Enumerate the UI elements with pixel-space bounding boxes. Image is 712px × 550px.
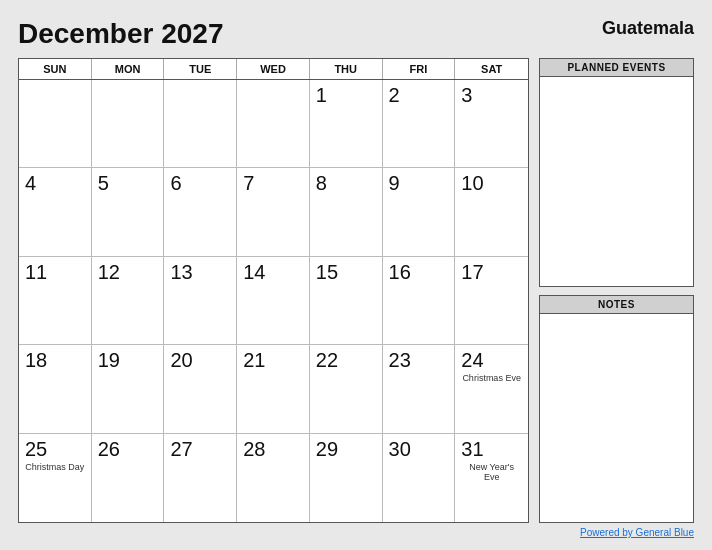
day-number: 31 [461,438,483,460]
day-event: Christmas Eve [461,373,522,384]
day-number: 16 [389,261,411,283]
day-cell: 23 [383,345,456,433]
calendar: SUNMONTUEWEDTHUFRISAT 123456789101112131… [18,58,529,523]
header: December 2027 Guatemala [18,18,694,50]
month-year-title: December 2027 [18,18,223,50]
notes-box: NOTES [539,295,694,524]
day-cell [19,80,92,168]
day-number: 3 [461,84,472,106]
day-cell [164,80,237,168]
day-headers: SUNMONTUEWEDTHUFRISAT [19,59,528,80]
planned-events-box: PLANNED EVENTS [539,58,694,287]
day-cell: 30 [383,434,456,522]
day-cell: 4 [19,168,92,256]
day-cell: 20 [164,345,237,433]
day-cell: 28 [237,434,310,522]
day-cell [92,80,165,168]
day-number: 9 [389,172,400,194]
calendar-grid: 123456789101112131415161718192021222324C… [19,80,528,522]
main-content: SUNMONTUEWEDTHUFRISAT 123456789101112131… [18,58,694,523]
day-cell: 27 [164,434,237,522]
day-cell: 21 [237,345,310,433]
day-cell: 16 [383,257,456,345]
day-number: 27 [170,438,192,460]
day-number: 26 [98,438,120,460]
day-number: 22 [316,349,338,371]
page: December 2027 Guatemala SUNMONTUEWEDTHUF… [0,0,712,550]
day-cell: 14 [237,257,310,345]
day-cell: 13 [164,257,237,345]
day-header: WED [237,59,310,79]
country-title: Guatemala [602,18,694,39]
day-number: 15 [316,261,338,283]
day-number: 17 [461,261,483,283]
powered-by-link[interactable]: Powered by General Blue [580,527,694,538]
day-cell: 31New Year's Eve [455,434,528,522]
planned-events-content [540,77,693,286]
day-cell: 1 [310,80,383,168]
day-number: 19 [98,349,120,371]
day-number: 29 [316,438,338,460]
day-number: 5 [98,172,109,194]
day-header: MON [92,59,165,79]
day-number: 20 [170,349,192,371]
day-cell: 6 [164,168,237,256]
day-cell: 18 [19,345,92,433]
day-header: THU [310,59,383,79]
day-number: 11 [25,261,47,283]
day-number: 28 [243,438,265,460]
day-number: 4 [25,172,36,194]
day-number: 18 [25,349,47,371]
day-number: 25 [25,438,47,460]
sidebar: PLANNED EVENTS NOTES [539,58,694,523]
notes-content [540,314,693,523]
day-cell: 24Christmas Eve [455,345,528,433]
day-cell: 10 [455,168,528,256]
day-number: 24 [461,349,483,371]
day-event: Christmas Day [25,462,85,473]
day-number: 10 [461,172,483,194]
planned-events-title: PLANNED EVENTS [540,59,693,77]
day-cell: 15 [310,257,383,345]
day-number: 6 [170,172,181,194]
day-cell: 3 [455,80,528,168]
day-number: 12 [98,261,120,283]
day-number: 7 [243,172,254,194]
day-number: 23 [389,349,411,371]
day-cell: 26 [92,434,165,522]
day-cell: 5 [92,168,165,256]
day-header: SAT [455,59,528,79]
day-cell: 2 [383,80,456,168]
day-number: 14 [243,261,265,283]
day-number: 8 [316,172,327,194]
day-cell [237,80,310,168]
day-cell: 19 [92,345,165,433]
day-cell: 8 [310,168,383,256]
day-cell: 9 [383,168,456,256]
day-number: 30 [389,438,411,460]
day-header: FRI [383,59,456,79]
day-cell: 29 [310,434,383,522]
day-cell: 22 [310,345,383,433]
day-header: SUN [19,59,92,79]
day-cell: 25Christmas Day [19,434,92,522]
day-number: 2 [389,84,400,106]
day-number: 1 [316,84,327,106]
day-cell: 17 [455,257,528,345]
footer: Powered by General Blue [18,527,694,538]
day-header: TUE [164,59,237,79]
day-cell: 12 [92,257,165,345]
day-cell: 11 [19,257,92,345]
day-number: 13 [170,261,192,283]
day-event: New Year's Eve [461,462,522,484]
notes-title: NOTES [540,296,693,314]
day-cell: 7 [237,168,310,256]
day-number: 21 [243,349,265,371]
